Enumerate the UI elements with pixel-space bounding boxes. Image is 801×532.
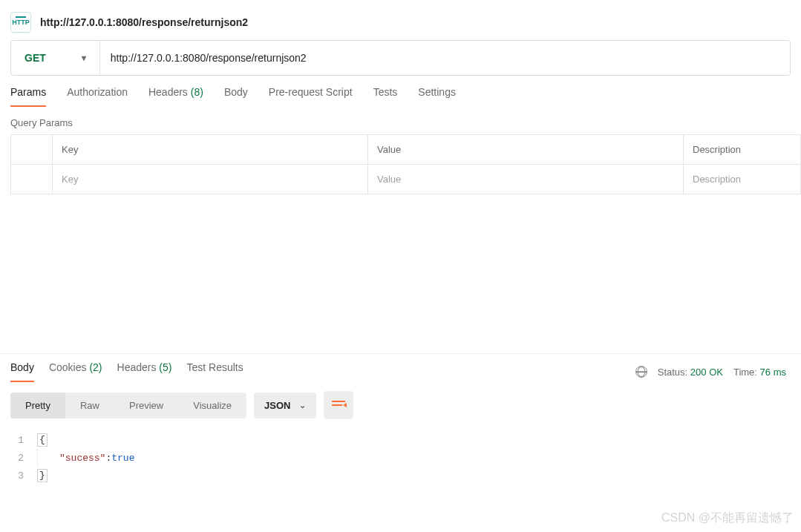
method-select[interactable]: GET ▾ — [11, 41, 99, 75]
tab-count: (8) — [191, 86, 203, 98]
time-value: 76 ms — [760, 367, 786, 378]
watermark: CSDN @不能再留遗憾了 — [661, 510, 794, 526]
code-line: 2 "sucess": true — [10, 449, 791, 467]
row-checkbox-cell[interactable] — [11, 165, 53, 194]
column-key: Key — [53, 135, 368, 165]
table-row — [11, 165, 801, 194]
format-select[interactable]: JSON ⌄ — [254, 393, 316, 418]
tab-tests[interactable]: Tests — [373, 86, 398, 107]
chevron-down-icon: ⌄ — [299, 401, 306, 410]
http-icon: HTTP — [10, 12, 31, 33]
tab-prerequest[interactable]: Pre-request Script — [269, 86, 353, 107]
tab-params[interactable]: Params — [10, 86, 46, 107]
url-input[interactable] — [100, 41, 790, 75]
request-tabs: Params Authorization Headers (8) Body Pr… — [0, 86, 801, 107]
code-line: 3 } — [10, 467, 791, 485]
response-meta: Status: 200 OK Time: 76 ms — [635, 366, 791, 378]
query-params-table: Key Value Description — [10, 134, 801, 194]
tab-authorization[interactable]: Authorization — [67, 86, 128, 107]
view-preview-button[interactable]: Preview — [114, 393, 178, 418]
description-input[interactable] — [693, 174, 791, 185]
chevron-down-icon: ▾ — [82, 53, 86, 63]
tab-response-cookies[interactable]: Cookies (2) — [49, 361, 102, 382]
view-raw-button[interactable]: Raw — [65, 393, 114, 418]
request-bar: GET ▾ — [10, 40, 791, 76]
tab-settings[interactable]: Settings — [418, 86, 456, 107]
tab-label: Headers — [148, 86, 188, 98]
query-params-title: Query Params — [0, 107, 801, 134]
tab-count: (2) — [89, 361, 102, 373]
wrap-icon — [332, 401, 345, 410]
code-line: 1 { — [10, 431, 791, 449]
value-input[interactable] — [377, 174, 674, 185]
json-bool: true — [111, 453, 134, 464]
table-header-row: Key Value Description — [11, 135, 801, 165]
time-label: Time: — [733, 367, 757, 378]
response-tabs: Body Cookies (2) Headers (5) Test Result… — [10, 361, 635, 382]
json-colon: : — [105, 453, 111, 464]
column-checkbox — [11, 135, 53, 165]
tab-label: Cookies — [49, 361, 87, 373]
tab-body[interactable]: Body — [224, 86, 248, 107]
view-pretty-button[interactable]: Pretty — [10, 393, 65, 418]
tab-count: (5) — [159, 361, 171, 373]
globe-icon[interactable] — [635, 366, 647, 378]
status-label: Status: — [658, 367, 687, 378]
tab-response-test-results[interactable]: Test Results — [186, 361, 243, 382]
json-key: "sucess" — [59, 453, 105, 464]
key-input[interactable] — [62, 174, 359, 185]
request-title: http://127.0.0.1:8080/response/returnjso… — [40, 16, 248, 28]
tab-response-headers[interactable]: Headers (5) — [117, 361, 172, 382]
json-brace-open: { — [37, 433, 48, 447]
response-body-code[interactable]: 1 { 2 "sucess": true 3 } — [0, 428, 801, 485]
line-number: 3 — [10, 470, 37, 482]
view-visualize-button[interactable]: Visualize — [178, 393, 246, 418]
format-value: JSON — [264, 400, 290, 411]
method-value: GET — [24, 52, 46, 64]
status-value: 200 OK — [690, 367, 723, 378]
view-mode-segment: Pretty Raw Preview Visualize — [10, 393, 246, 418]
column-description: Description — [684, 135, 801, 165]
tab-response-body[interactable]: Body — [10, 361, 34, 382]
word-wrap-button[interactable] — [324, 391, 353, 419]
tab-request-headers[interactable]: Headers (8) — [148, 86, 203, 107]
tab-label: Headers — [117, 361, 157, 373]
column-value: Value — [368, 135, 684, 165]
line-number: 2 — [10, 453, 37, 464]
json-brace-close: } — [37, 469, 48, 482]
line-number: 1 — [10, 435, 37, 446]
